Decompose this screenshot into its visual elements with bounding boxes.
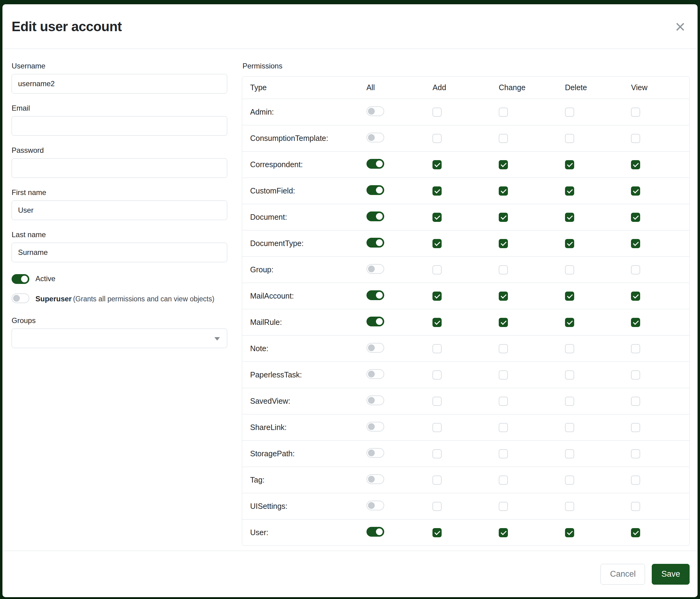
change-checkbox[interactable] [499, 239, 508, 248]
delete-checkbox[interactable] [565, 239, 574, 248]
change-checkbox[interactable] [499, 397, 508, 406]
last-name-input[interactable] [11, 243, 227, 262]
change-checkbox[interactable] [499, 186, 508, 196]
change-checkbox[interactable] [499, 134, 508, 143]
change-checkbox[interactable] [499, 449, 508, 458]
delete-checkbox[interactable] [565, 344, 574, 353]
all-toggle[interactable] [367, 317, 384, 327]
add-checkbox[interactable] [432, 107, 442, 117]
all-toggle[interactable] [367, 106, 384, 116]
all-toggle[interactable] [367, 343, 384, 353]
view-checkbox[interactable] [631, 370, 640, 380]
change-checkbox[interactable] [499, 318, 508, 327]
delete-checkbox[interactable] [565, 160, 574, 169]
delete-checkbox[interactable] [565, 107, 574, 117]
delete-checkbox[interactable] [565, 265, 574, 274]
delete-checkbox[interactable] [565, 291, 574, 301]
change-checkbox[interactable] [499, 502, 508, 511]
view-checkbox[interactable] [631, 291, 640, 301]
all-toggle[interactable] [367, 238, 384, 247]
add-checkbox[interactable] [432, 186, 442, 196]
add-checkbox[interactable] [432, 291, 442, 301]
view-checkbox[interactable] [631, 397, 640, 406]
delete-checkbox[interactable] [565, 476, 574, 485]
delete-checkbox[interactable] [565, 502, 574, 511]
all-toggle[interactable] [367, 133, 384, 142]
view-checkbox[interactable] [631, 107, 640, 117]
view-checkbox[interactable] [631, 476, 640, 485]
view-checkbox[interactable] [631, 528, 640, 537]
active-toggle[interactable] [11, 274, 29, 284]
add-checkbox[interactable] [432, 239, 442, 248]
add-checkbox[interactable] [432, 213, 442, 222]
all-toggle[interactable] [367, 212, 384, 221]
change-checkbox[interactable] [499, 476, 508, 485]
permissions-section: Permissions Type All Add Change Delete V… [242, 62, 690, 551]
view-checkbox[interactable] [631, 449, 640, 458]
add-checkbox[interactable] [432, 397, 442, 406]
email-input[interactable] [11, 116, 227, 136]
password-input[interactable] [11, 158, 227, 178]
add-checkbox[interactable] [432, 449, 442, 458]
add-checkbox[interactable] [432, 528, 442, 537]
add-checkbox[interactable] [432, 265, 442, 274]
add-checkbox[interactable] [432, 318, 442, 327]
change-checkbox[interactable] [499, 291, 508, 301]
all-toggle[interactable] [367, 501, 384, 510]
add-checkbox[interactable] [432, 344, 442, 353]
delete-checkbox[interactable] [565, 318, 574, 327]
change-checkbox[interactable] [499, 107, 508, 117]
change-checkbox[interactable] [499, 370, 508, 380]
cancel-button[interactable]: Cancel [600, 564, 645, 585]
view-checkbox[interactable] [631, 134, 640, 143]
all-toggle[interactable] [367, 290, 384, 300]
change-checkbox[interactable] [499, 160, 508, 169]
superuser-toggle[interactable] [11, 293, 29, 303]
password-field-group: Password [11, 146, 227, 178]
add-checkbox[interactable] [432, 423, 442, 432]
add-checkbox[interactable] [432, 476, 442, 485]
close-icon[interactable]: × [672, 18, 689, 35]
add-checkbox[interactable] [432, 134, 442, 143]
delete-checkbox[interactable] [565, 397, 574, 406]
delete-checkbox[interactable] [565, 423, 574, 432]
all-toggle[interactable] [367, 264, 384, 274]
view-checkbox[interactable] [631, 318, 640, 327]
view-checkbox[interactable] [631, 423, 640, 432]
groups-input[interactable] [11, 329, 227, 348]
view-checkbox[interactable] [631, 265, 640, 274]
permission-row: StoragePath: [242, 440, 689, 467]
all-toggle[interactable] [367, 527, 384, 537]
add-checkbox[interactable] [432, 502, 442, 511]
change-checkbox[interactable] [499, 528, 508, 537]
delete-checkbox[interactable] [565, 370, 574, 380]
view-checkbox[interactable] [631, 239, 640, 248]
change-checkbox[interactable] [499, 265, 508, 274]
username-input[interactable] [11, 74, 227, 94]
view-checkbox[interactable] [631, 160, 640, 169]
all-toggle[interactable] [367, 422, 384, 432]
all-toggle[interactable] [367, 369, 384, 379]
add-checkbox[interactable] [432, 370, 442, 380]
view-checkbox[interactable] [631, 344, 640, 353]
groups-select[interactable] [11, 329, 227, 348]
all-toggle[interactable] [367, 448, 384, 458]
delete-checkbox[interactable] [565, 134, 574, 143]
first-name-input[interactable] [11, 200, 227, 220]
delete-checkbox[interactable] [565, 186, 574, 196]
view-checkbox[interactable] [631, 502, 640, 511]
view-checkbox[interactable] [631, 186, 640, 196]
add-checkbox[interactable] [432, 160, 442, 169]
change-checkbox[interactable] [499, 344, 508, 353]
view-checkbox[interactable] [631, 213, 640, 222]
all-toggle[interactable] [367, 474, 384, 484]
delete-checkbox[interactable] [565, 449, 574, 458]
all-toggle[interactable] [367, 159, 384, 169]
delete-checkbox[interactable] [565, 213, 574, 222]
change-checkbox[interactable] [499, 213, 508, 222]
change-checkbox[interactable] [499, 423, 508, 432]
delete-checkbox[interactable] [565, 528, 574, 537]
all-toggle[interactable] [367, 396, 384, 405]
save-button[interactable]: Save [652, 564, 690, 585]
all-toggle[interactable] [367, 185, 384, 195]
